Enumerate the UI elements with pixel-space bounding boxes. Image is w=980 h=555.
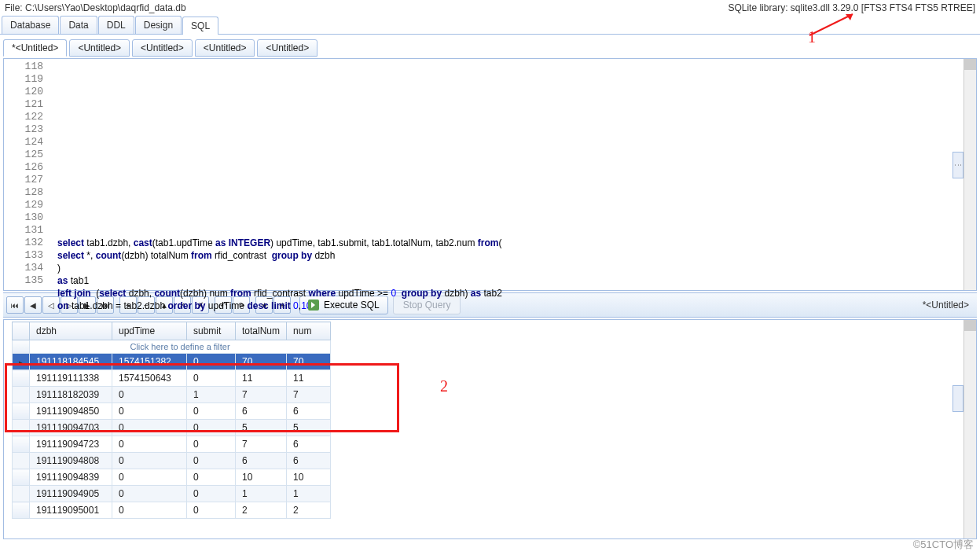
cell[interactable]: 2 <box>236 502 287 519</box>
cell[interactable]: 0 <box>187 370 236 387</box>
table-row[interactable]: 191118184545157415138207070 <box>13 354 331 370</box>
results-scrollbar[interactable] <box>963 320 976 538</box>
file-label: File: <box>5 2 25 13</box>
cell[interactable]: 0 <box>112 387 187 403</box>
scrollbar-thumb[interactable] <box>964 59 976 70</box>
cell[interactable]: 191119095001 <box>30 502 112 519</box>
sqlite-label: SQLite library: <box>728 2 790 13</box>
watermark: ©51CTO博客 <box>913 538 974 552</box>
cell[interactable]: 191119094850 <box>30 403 112 420</box>
cell[interactable]: 0 <box>112 453 187 469</box>
cell[interactable]: 6 <box>236 403 287 420</box>
cell[interactable]: 1574151382 <box>112 354 187 370</box>
cell[interactable]: 1 <box>287 486 331 502</box>
cell[interactable]: 6 <box>287 453 331 469</box>
cell[interactable]: 11 <box>287 370 331 387</box>
cell[interactable]: 0 <box>112 403 187 420</box>
code-area[interactable]: select tab1.dzbh, cast(tab1.updTime as I… <box>4 59 976 339</box>
cell[interactable]: 1574150643 <box>112 370 187 387</box>
cell[interactable]: 0 <box>187 486 236 502</box>
cell[interactable]: 5 <box>236 420 287 436</box>
column-header-num[interactable]: num <box>287 322 331 340</box>
editor-scrollbar[interactable] <box>963 59 976 290</box>
results-grid[interactable]: dzbhupdTimesubmittotalNumnum Click here … <box>12 322 331 519</box>
results-side-handle[interactable] <box>952 385 963 412</box>
cell[interactable]: 7 <box>236 436 287 453</box>
table-row[interactable]: 1911181820390177 <box>13 387 331 403</box>
column-header-totalNum[interactable]: totalNum <box>236 322 287 340</box>
tab-design[interactable]: Design <box>135 16 182 34</box>
cell[interactable]: 0 <box>112 436 187 453</box>
query-tab[interactable]: <Untitled> <box>132 39 193 57</box>
main-tabs: DatabaseDataDDLDesignSQL <box>0 16 980 35</box>
cell[interactable]: 0 <box>112 486 187 502</box>
table-row[interactable]: 1911190948080066 <box>13 453 331 469</box>
cell[interactable]: 0 <box>187 502 236 519</box>
cell[interactable]: 191119094703 <box>30 420 112 436</box>
cell[interactable]: 0 <box>187 420 236 436</box>
cell[interactable]: 7 <box>287 387 331 403</box>
table-row[interactable]: 1911190947030055 <box>13 420 331 436</box>
cell[interactable]: 0 <box>187 403 236 420</box>
cell[interactable]: 191119094905 <box>30 486 112 502</box>
cell[interactable]: 10 <box>236 469 287 486</box>
cell[interactable]: 191119094808 <box>30 453 112 469</box>
cell[interactable]: 0 <box>112 469 187 486</box>
cell[interactable]: 2 <box>287 502 331 519</box>
cell[interactable]: 191119094723 <box>30 436 112 453</box>
tab-data[interactable]: Data <box>60 16 97 34</box>
cell[interactable]: 6 <box>287 403 331 420</box>
cell[interactable]: 6 <box>287 436 331 453</box>
cell[interactable]: 70 <box>287 354 331 370</box>
cell[interactable]: 191119094839 <box>30 469 112 486</box>
cell[interactable]: 10 <box>287 469 331 486</box>
cell[interactable]: 70 <box>236 354 287 370</box>
cell[interactable]: 0 <box>187 436 236 453</box>
query-tab[interactable]: <Untitled> <box>69 39 130 57</box>
column-header-dzbh[interactable]: dzbh <box>30 322 112 340</box>
cell[interactable]: 0 <box>112 502 187 519</box>
tab-ddl[interactable]: DDL <box>98 16 134 34</box>
cell[interactable]: 1 <box>236 486 287 502</box>
column-header-submit[interactable]: submit <box>187 322 236 340</box>
sqlite-version: sqlite3.dll 3.29.0 [FTS3 FTS4 FTS5 RTREE… <box>791 2 975 13</box>
table-row[interactable]: 1911190950010022 <box>13 502 331 519</box>
table-row[interactable]: 191119094839001010 <box>13 469 331 486</box>
scrollbar-thumb[interactable] <box>964 320 976 331</box>
file-path-value: C:\Users\Yao\Desktop\daqrfid_data.db <box>25 2 186 13</box>
table-row[interactable]: 191119111338157415064301111 <box>13 370 331 387</box>
query-tab[interactable]: <Untitled> <box>195 39 255 57</box>
cell[interactable]: 191118184545 <box>30 354 112 370</box>
table-row[interactable]: 1911190947230076 <box>13 436 331 453</box>
cell[interactable]: 0 <box>187 469 236 486</box>
sub-tabs: *<Untitled><Untitled><Untitled><Untitled… <box>0 35 980 57</box>
sqlite-info: SQLite library: sqlite3.dll 3.29.0 [FTS3… <box>728 2 975 13</box>
play-icon <box>308 300 319 311</box>
file-path: File: C:\Users\Yao\Desktop\daqrfid_data.… <box>5 2 186 13</box>
cell[interactable]: 0 <box>187 453 236 469</box>
query-tab[interactable]: *<Untitled> <box>3 39 67 57</box>
cell[interactable]: 0 <box>187 354 236 370</box>
table-row[interactable]: 1911190948500066 <box>13 403 331 420</box>
cell[interactable]: 191119111338 <box>30 370 112 387</box>
filter-row[interactable]: Click here to define a filter <box>30 340 331 354</box>
cell[interactable]: 0 <box>112 420 187 436</box>
table-row[interactable]: 1911190949050011 <box>13 486 331 502</box>
column-header-updTime[interactable]: updTime <box>112 322 187 340</box>
cell[interactable]: 1 <box>187 387 236 403</box>
editor-side-handle[interactable]: ⋮ <box>952 152 963 178</box>
tab-sql[interactable]: SQL <box>182 17 218 35</box>
cell[interactable]: 11 <box>236 370 287 387</box>
sql-editor[interactable]: 118 119 120 121 122 123 124 125 126 127 … <box>3 58 977 291</box>
results-panel: dzbhupdTimesubmittotalNumnum Click here … <box>3 319 977 539</box>
query-tab[interactable]: <Untitled> <box>257 39 317 57</box>
header-bar: File: C:\Users\Yao\Desktop\daqrfid_data.… <box>0 0 980 16</box>
cell[interactable]: 7 <box>236 387 287 403</box>
cell[interactable]: 6 <box>236 453 287 469</box>
tab-database[interactable]: Database <box>2 16 59 34</box>
cell[interactable]: 5 <box>287 420 331 436</box>
cell[interactable]: 191118182039 <box>30 387 112 403</box>
